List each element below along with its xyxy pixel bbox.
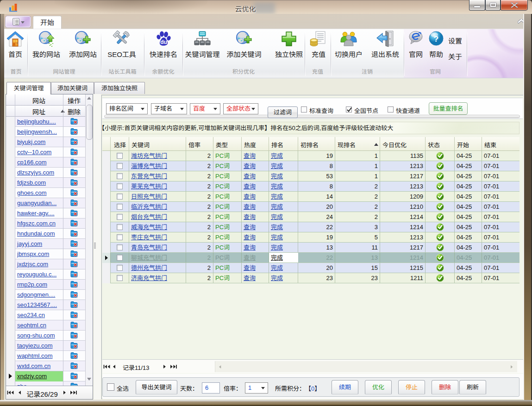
svg-text:du: du	[160, 39, 167, 45]
svg-text:?: ?	[434, 35, 438, 44]
